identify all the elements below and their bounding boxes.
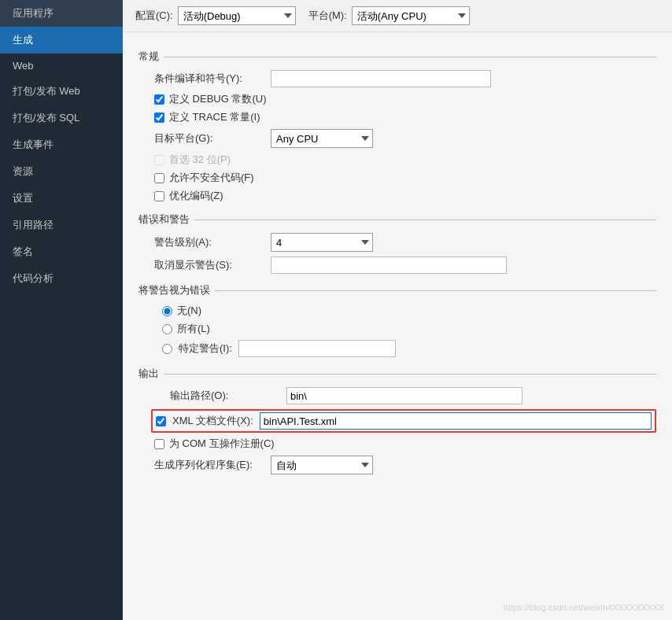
- define-trace-label[interactable]: 定义 TRACE 常量(I): [169, 110, 260, 124]
- warning-level-select[interactable]: 01234: [271, 233, 373, 252]
- general-section-header: 常规: [138, 50, 656, 64]
- output-section-header: 输出: [138, 367, 656, 381]
- serialize-label: 生成序列化程序集(E):: [154, 458, 264, 472]
- suppress-warnings-input[interactable]: [271, 256, 507, 274]
- define-debug-label[interactable]: 定义 DEBUG 常数(U): [169, 92, 267, 106]
- allow-unsafe-row: 允许不安全代码(F): [154, 171, 656, 185]
- main-panel: 配置(C): 活动(Debug)DebugRelease所有配置 平台(M): …: [123, 0, 672, 620]
- warning-level-label: 警告级别(A):: [154, 235, 264, 249]
- conditional-symbols-label: 条件编译和符号(Y):: [154, 72, 264, 86]
- optimize-row: 优化编码(Z): [154, 189, 656, 203]
- sidebar-item-signing[interactable]: 签名: [0, 238, 123, 265]
- xml-doc-input[interactable]: [260, 412, 652, 430]
- treat-specific-label[interactable]: 特定警告(I):: [179, 341, 232, 356]
- sidebar-item-code-analysis[interactable]: 代码分析: [0, 265, 123, 292]
- warning-level-row: 警告级别(A): 01234: [154, 233, 656, 252]
- com-interop-checkbox[interactable]: [154, 439, 164, 449]
- com-interop-label[interactable]: 为 COM 互操作注册(C): [169, 437, 275, 451]
- sidebar-item-web[interactable]: Web: [0, 54, 123, 78]
- conditional-symbols-row: 条件编译和符号(Y):: [154, 70, 656, 87]
- content-area: 常规 条件编译和符号(Y): 定义 DEBUG 常数(U) 定义 TRACE 常…: [123, 32, 672, 487]
- optimize-checkbox[interactable]: [154, 191, 164, 201]
- com-interop-row: 为 COM 互操作注册(C): [154, 437, 656, 451]
- sidebar-item-reference-paths[interactable]: 引用路径: [0, 212, 123, 238]
- allow-unsafe-checkbox[interactable]: [154, 173, 164, 183]
- topbar: 配置(C): 活动(Debug)DebugRelease所有配置 平台(M): …: [123, 0, 672, 32]
- output-path-label: 输出路径(O):: [170, 389, 280, 403]
- target-platform-label: 目标平台(G):: [154, 131, 264, 146]
- config-label: 配置(C):: [135, 9, 173, 23]
- allow-unsafe-label[interactable]: 允许不安全代码(F): [169, 171, 254, 185]
- define-debug-row: 定义 DEBUG 常数(U): [154, 92, 656, 106]
- optimize-label[interactable]: 优化编码(Z): [169, 189, 223, 203]
- suppress-warnings-label: 取消显示警告(S):: [154, 258, 264, 272]
- xml-doc-checkbox[interactable]: [156, 416, 166, 426]
- sidebar: 应用程序生成Web打包/发布 Web打包/发布 SQL生成事件资源设置引用路径签…: [0, 0, 123, 620]
- sidebar-item-application[interactable]: 应用程序: [0, 0, 123, 27]
- conditional-symbols-input[interactable]: [271, 70, 491, 87]
- target-platform-row: 目标平台(G): Any CPUx86x64Itanium: [154, 129, 656, 148]
- treat-all-row: 所有(L): [162, 322, 656, 336]
- serialize-row: 生成序列化程序集(E): 自动开关: [154, 456, 656, 474]
- treat-specific-row: 特定警告(I):: [162, 340, 656, 357]
- prefer32bit-label: 首选 32 位(P): [169, 153, 231, 167]
- platform-label: 平台(M):: [308, 9, 347, 23]
- output-path-row: 输出路径(O):: [170, 387, 656, 404]
- define-trace-row: 定义 TRACE 常量(I): [154, 110, 656, 124]
- sidebar-item-publish-sql[interactable]: 打包/发布 SQL: [0, 105, 123, 131]
- sidebar-item-settings[interactable]: 设置: [0, 185, 123, 212]
- prefer32bit-checkbox[interactable]: [154, 155, 164, 165]
- errors-section-header: 错误和警告: [138, 212, 656, 227]
- treat-none-radio[interactable]: [162, 306, 172, 316]
- treat-warnings-section-header: 将警告视为错误: [138, 283, 656, 297]
- sidebar-item-publish-web[interactable]: 打包/发布 Web: [0, 78, 123, 105]
- platform-group: 平台(M): 活动(Any CPU)Any CPUx86x64: [308, 6, 470, 25]
- define-debug-checkbox[interactable]: [154, 94, 164, 105]
- treat-none-row: 无(N): [162, 304, 656, 318]
- target-platform-select[interactable]: Any CPUx86x64Itanium: [271, 129, 373, 148]
- sidebar-item-build[interactable]: 生成: [0, 27, 123, 54]
- serialize-select[interactable]: 自动开关: [271, 456, 373, 474]
- sidebar-item-build-events[interactable]: 生成事件: [0, 131, 123, 158]
- treat-all-label[interactable]: 所有(L): [177, 322, 210, 336]
- xml-doc-row: XML 文档文件(X):: [151, 409, 656, 433]
- treat-all-radio[interactable]: [162, 324, 172, 334]
- sidebar-item-resources[interactable]: 资源: [0, 158, 123, 185]
- platform-select[interactable]: 活动(Any CPU)Any CPUx86x64: [352, 6, 470, 25]
- treat-none-label[interactable]: 无(N): [177, 304, 201, 318]
- config-select[interactable]: 活动(Debug)DebugRelease所有配置: [178, 6, 296, 25]
- suppress-warnings-row: 取消显示警告(S):: [154, 256, 656, 274]
- treat-specific-radio[interactable]: [162, 344, 172, 354]
- output-path-input[interactable]: [286, 387, 522, 404]
- define-trace-checkbox[interactable]: [154, 113, 164, 123]
- config-group: 配置(C): 活动(Debug)DebugRelease所有配置: [135, 6, 296, 25]
- xml-doc-label[interactable]: XML 文档文件(X):: [172, 414, 253, 428]
- prefer32bit-row: 首选 32 位(P): [154, 153, 656, 167]
- treat-specific-input[interactable]: [238, 340, 396, 357]
